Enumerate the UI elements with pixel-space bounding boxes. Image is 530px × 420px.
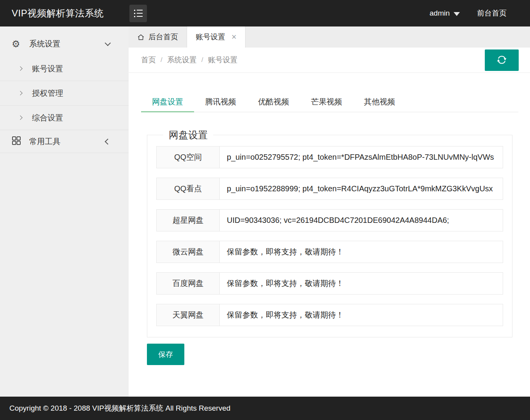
breadcrumb-account-settings[interactable]: 账号设置 (208, 55, 237, 65)
footer: Copyright © 2018 - 2088 VIP视频解析算法系统 All … (0, 397, 530, 420)
tab-tencent-video[interactable]: 腾讯视频 (194, 92, 247, 112)
weiyun-disk-input[interactable] (220, 241, 503, 263)
form-row-chaoxing-disk: 超星网盘 (156, 209, 503, 231)
chevron-right-icon (18, 115, 22, 120)
window-tab-label: 账号设置 (196, 32, 225, 42)
chevron-left-icon (105, 138, 111, 145)
baidu-disk-input[interactable] (220, 272, 503, 295)
main-content: 首页 / 系统设置 / 账号设置 网盘设置 腾讯视频 优酷视频 (129, 48, 530, 397)
user-menu[interactable]: admin (429, 9, 460, 18)
sidebar-item-authorization[interactable]: 授权管理 (0, 81, 129, 106)
top-header: VIP视频解析算法系统 admin 前台首页 (0, 0, 530, 26)
field-label: 天翼网盘 (156, 304, 220, 326)
save-button[interactable]: 保存 (147, 344, 184, 365)
sidebar-item-label: 账号设置 (32, 64, 63, 74)
chevron-down-icon (105, 40, 111, 46)
form-row-tianyi-disk: 天翼网盘 (156, 304, 503, 326)
breadcrumb-separator: / (161, 56, 163, 64)
refresh-button[interactable] (485, 49, 519, 71)
window-tab-label: 后台首页 (148, 32, 178, 42)
chevron-right-icon (18, 91, 22, 95)
chevron-right-icon (18, 66, 22, 71)
sidebar-toggle-button[interactable] (129, 5, 147, 22)
breadcrumb: 首页 / 系统设置 / 账号设置 (129, 48, 530, 73)
field-label: 超星网盘 (156, 209, 220, 231)
tab-mango-video[interactable]: 芒果视频 (300, 92, 353, 112)
sidebar: ⚙ 系统设置 账号设置 授权管理 综合设置 常用工具 (0, 26, 129, 397)
field-label: QQ看点 (156, 178, 220, 200)
screen: VIP视频解析算法系统 admin 前台首页 ⚙ 系统设置 账号设置 授权 (0, 0, 530, 420)
tianyi-disk-input[interactable] (220, 304, 503, 326)
fieldset-legend: 网盘设置 (163, 129, 213, 141)
window-tabstrip: 后台首页 账号设置 × (129, 26, 530, 48)
caret-down-icon (454, 12, 460, 16)
field-label: 百度网盘 (156, 272, 220, 295)
app-title: VIP视频解析算法系统 (0, 7, 129, 19)
gear-icon: ⚙ (12, 39, 22, 49)
copyright-text: Copyright © 2018 - 2088 VIP视频解析算法系统 All … (9, 403, 230, 413)
sidebar-item-label: 综合设置 (32, 113, 63, 123)
breadcrumb-separator: / (201, 56, 203, 64)
close-icon[interactable]: × (231, 33, 237, 41)
sidebar-item-label: 授权管理 (32, 88, 63, 99)
sidebar-group-system-settings[interactable]: ⚙ 系统设置 (0, 26, 129, 56)
sidebar-group-common-tools[interactable]: 常用工具 (0, 130, 129, 153)
username: admin (429, 9, 450, 18)
form-row-baidu-disk: 百度网盘 (156, 272, 503, 295)
frontend-home-link[interactable]: 前台首页 (477, 8, 507, 18)
tab-other-video[interactable]: 其他视频 (353, 92, 406, 112)
qq-kandian-cookie-input[interactable] (220, 178, 503, 200)
netdisk-settings-fieldset: 网盘设置 QQ空间 QQ看点 超星网盘 微云网盘 百度网盘 (147, 129, 512, 337)
field-label: QQ空间 (156, 146, 220, 168)
home-icon (137, 34, 145, 41)
sidebar-item-account-settings[interactable]: 账号设置 (0, 56, 129, 81)
sidebar-group-label: 系统设置 (29, 39, 60, 49)
form-row-qq-zone: QQ空间 (156, 146, 503, 168)
list-menu-icon (134, 10, 143, 17)
breadcrumb-home[interactable]: 首页 (141, 55, 156, 65)
window-tab-dashboard[interactable]: 后台首页 (129, 26, 187, 48)
sidebar-item-general-settings[interactable]: 综合设置 (0, 106, 129, 130)
form-row-qq-kandian: QQ看点 (156, 178, 503, 200)
grid-icon (12, 136, 22, 147)
chaoxing-disk-cookie-input[interactable] (220, 209, 503, 231)
field-label: 微云网盘 (156, 241, 220, 263)
tab-netdisk-settings[interactable]: 网盘设置 (141, 92, 194, 112)
tab-youku-video[interactable]: 优酷视频 (247, 92, 300, 112)
window-tab-account-settings[interactable]: 账号设置 × (187, 26, 246, 48)
sidebar-group-label: 常用工具 (29, 136, 60, 147)
form-row-weiyun-disk: 微云网盘 (156, 241, 503, 263)
qq-zone-cookie-input[interactable] (220, 146, 503, 168)
refresh-icon (496, 54, 508, 67)
settings-tabbar: 网盘设置 腾讯视频 优酷视频 芒果视频 其他视频 (141, 92, 518, 112)
breadcrumb-system-settings[interactable]: 系统设置 (167, 55, 197, 65)
